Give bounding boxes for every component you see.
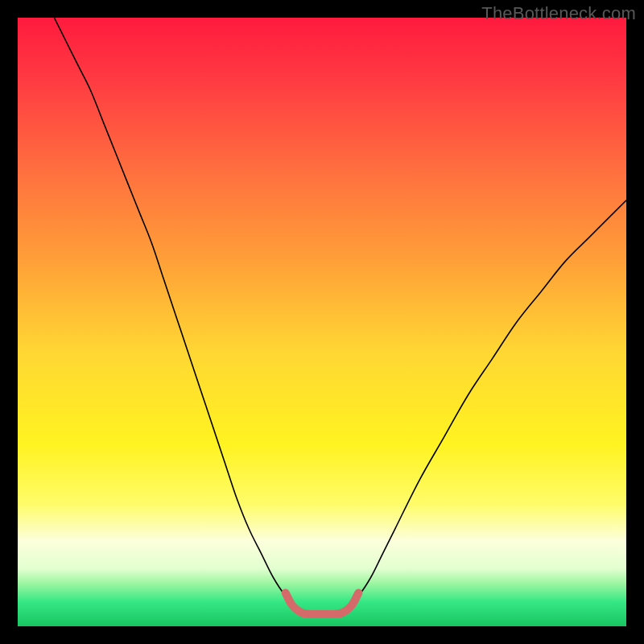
gradient-background (18, 18, 626, 626)
watermark-text: TheBottleneck.com (481, 3, 636, 24)
chart-frame: TheBottleneck.com (0, 0, 644, 644)
bottleneck-chart (18, 18, 626, 626)
